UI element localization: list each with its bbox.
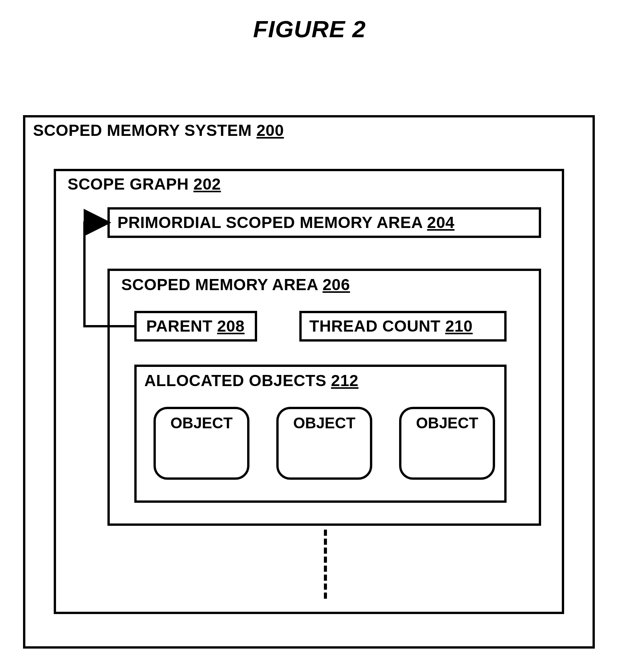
object-box-1: OBJECT bbox=[154, 407, 249, 480]
parent-box: PARENT 208 bbox=[134, 311, 257, 342]
parent-ref: 208 bbox=[217, 317, 245, 335]
primordial-label-text: PRIMORDIAL SCOPED MEMORY AREA bbox=[117, 213, 423, 231]
figure-title: FIGURE 2 bbox=[0, 15, 619, 43]
parent-label: PARENT 208 bbox=[146, 317, 244, 335]
thread-count-box: THREAD COUNT 210 bbox=[299, 311, 507, 342]
object-label-2: OBJECT bbox=[279, 414, 370, 432]
scoped-memory-system-label: SCOPED MEMORY SYSTEM 200 bbox=[33, 121, 284, 140]
alloc-label-text: ALLOCATED OBJECTS bbox=[144, 371, 326, 390]
primordial-box: PRIMORDIAL SCOPED MEMORY AREA 204 bbox=[107, 207, 541, 238]
object-box-2: OBJECT bbox=[276, 407, 372, 480]
system-ref: 200 bbox=[256, 121, 284, 139]
object-label-3: OBJECT bbox=[401, 414, 493, 432]
thread-ref: 210 bbox=[445, 317, 473, 335]
primordial-label: PRIMORDIAL SCOPED MEMORY AREA 204 bbox=[117, 213, 454, 232]
system-label-text: SCOPED MEMORY SYSTEM bbox=[33, 121, 252, 139]
scoped-memory-area-label: SCOPED MEMORY AREA 206 bbox=[121, 276, 350, 294]
sma-ref: 206 bbox=[322, 276, 350, 294]
object-label-1: OBJECT bbox=[156, 414, 247, 432]
scope-graph-ref: 202 bbox=[193, 175, 221, 193]
thread-label-text: THREAD COUNT bbox=[309, 317, 441, 335]
primordial-ref: 204 bbox=[427, 213, 455, 231]
alloc-ref: 212 bbox=[331, 371, 359, 390]
scope-graph-label-text: SCOPE GRAPH bbox=[68, 175, 189, 193]
sma-label-text: SCOPED MEMORY AREA bbox=[121, 276, 318, 294]
thread-count-label: THREAD COUNT 210 bbox=[309, 317, 473, 335]
scope-graph-label: SCOPE GRAPH 202 bbox=[68, 175, 221, 193]
continuation-dashed-line bbox=[324, 530, 327, 599]
object-box-3: OBJECT bbox=[399, 407, 495, 480]
diagram-page: FIGURE 2 SCOPED MEMORY SYSTEM 200 SCOPE … bbox=[0, 0, 619, 672]
parent-label-text: PARENT bbox=[146, 317, 213, 335]
allocated-objects-label: ALLOCATED OBJECTS 212 bbox=[144, 371, 358, 390]
